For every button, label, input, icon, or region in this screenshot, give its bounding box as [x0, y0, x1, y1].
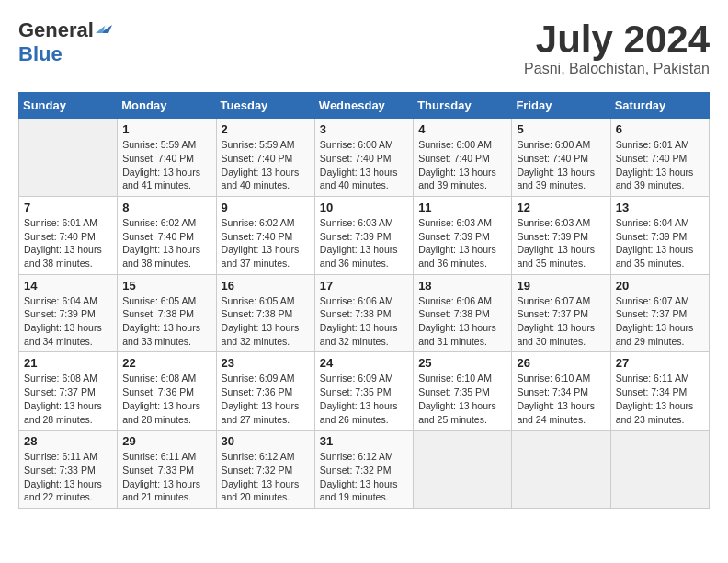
column-header-tuesday: Tuesday: [216, 93, 314, 119]
calendar-week-row: 21Sunrise: 6:08 AMSunset: 7:37 PMDayligh…: [19, 352, 710, 431]
day-number: 24: [320, 356, 408, 370]
logo: General Blue: [18, 18, 112, 66]
day-info: Sunrise: 5:59 AMSunset: 7:40 PMDaylight:…: [222, 138, 310, 192]
day-info: Sunrise: 6:02 AMSunset: 7:40 PMDaylight:…: [122, 216, 210, 270]
day-info: Sunrise: 6:12 AMSunset: 7:32 PMDaylight:…: [222, 450, 310, 504]
calendar-cell: 17Sunrise: 6:06 AMSunset: 7:38 PMDayligh…: [314, 274, 413, 352]
day-info: Sunrise: 6:01 AMSunset: 7:40 PMDaylight:…: [24, 216, 112, 270]
day-number: 27: [616, 356, 704, 370]
day-number: 10: [320, 201, 408, 214]
day-number: 9: [222, 201, 310, 214]
day-number: 8: [122, 201, 210, 214]
calendar-cell: 19Sunrise: 6:07 AMSunset: 7:37 PMDayligh…: [512, 274, 610, 352]
day-number: 15: [122, 279, 210, 293]
day-info: Sunrise: 6:12 AMSunset: 7:32 PMDaylight:…: [320, 450, 408, 504]
day-number: 21: [24, 356, 112, 370]
calendar-cell: 22Sunrise: 6:08 AMSunset: 7:36 PMDayligh…: [118, 352, 216, 431]
month-year-title: July 2024: [524, 18, 710, 61]
day-info: Sunrise: 6:06 AMSunset: 7:38 PMDaylight:…: [418, 294, 506, 349]
calendar-cell: 31Sunrise: 6:12 AMSunset: 7:32 PMDayligh…: [314, 431, 413, 509]
column-header-thursday: Thursday: [414, 93, 512, 119]
column-header-friday: Friday: [512, 93, 610, 119]
calendar-cell: 27Sunrise: 6:11 AMSunset: 7:34 PMDayligh…: [610, 352, 709, 431]
calendar-cell: [512, 431, 610, 509]
day-number: 20: [616, 279, 704, 293]
day-number: 2: [222, 122, 310, 136]
calendar-cell: 12Sunrise: 6:03 AMSunset: 7:39 PMDayligh…: [512, 196, 610, 274]
day-number: 3: [320, 122, 408, 136]
day-number: 5: [517, 122, 605, 136]
day-number: 6: [616, 122, 704, 136]
day-info: Sunrise: 6:00 AMSunset: 7:40 PMDaylight:…: [418, 138, 506, 192]
day-info: Sunrise: 6:11 AMSunset: 7:33 PMDaylight:…: [24, 450, 112, 504]
calendar-cell: 28Sunrise: 6:11 AMSunset: 7:33 PMDayligh…: [19, 431, 118, 509]
calendar-cell: [610, 431, 709, 509]
day-number: 23: [222, 356, 310, 370]
day-info: Sunrise: 6:10 AMSunset: 7:34 PMDaylight:…: [517, 372, 605, 426]
calendar-cell: 6Sunrise: 6:01 AMSunset: 7:40 PMDaylight…: [610, 119, 709, 197]
calendar-cell: 3Sunrise: 6:00 AMSunset: 7:40 PMDaylight…: [314, 119, 413, 197]
calendar-cell: 29Sunrise: 6:11 AMSunset: 7:33 PMDayligh…: [118, 431, 216, 509]
day-number: 13: [616, 201, 704, 214]
calendar-cell: 4Sunrise: 6:00 AMSunset: 7:40 PMDaylight…: [414, 119, 512, 197]
calendar-week-row: 28Sunrise: 6:11 AMSunset: 7:33 PMDayligh…: [19, 431, 710, 509]
calendar-cell: 30Sunrise: 6:12 AMSunset: 7:32 PMDayligh…: [216, 431, 314, 509]
calendar-cell: 21Sunrise: 6:08 AMSunset: 7:37 PMDayligh…: [19, 352, 118, 431]
day-number: 19: [517, 279, 605, 293]
day-number: 18: [418, 279, 506, 293]
day-info: Sunrise: 6:11 AMSunset: 7:34 PMDaylight:…: [616, 372, 704, 426]
calendar-cell: 18Sunrise: 6:06 AMSunset: 7:38 PMDayligh…: [414, 274, 512, 352]
page-header: General Blue July 2024 Pasni, Balochista…: [18, 18, 710, 77]
day-number: 14: [24, 279, 112, 293]
day-number: 28: [24, 434, 112, 448]
day-info: Sunrise: 6:04 AMSunset: 7:39 PMDaylight:…: [616, 216, 704, 270]
calendar-cell: 11Sunrise: 6:03 AMSunset: 7:39 PMDayligh…: [414, 196, 512, 274]
calendar-table: SundayMondayTuesdayWednesdayThursdayFrid…: [18, 92, 710, 509]
logo-general-text: General: [18, 18, 94, 42]
day-info: Sunrise: 6:11 AMSunset: 7:33 PMDaylight:…: [122, 450, 210, 504]
calendar-cell: 9Sunrise: 6:02 AMSunset: 7:40 PMDaylight…: [216, 196, 314, 274]
calendar-cell: [414, 431, 512, 509]
day-info: Sunrise: 6:02 AMSunset: 7:40 PMDaylight:…: [222, 216, 310, 270]
day-info: Sunrise: 6:03 AMSunset: 7:39 PMDaylight:…: [418, 216, 506, 270]
day-info: Sunrise: 6:00 AMSunset: 7:40 PMDaylight:…: [320, 138, 408, 192]
day-number: 26: [517, 356, 605, 370]
day-number: 25: [418, 356, 506, 370]
calendar-cell: 14Sunrise: 6:04 AMSunset: 7:39 PMDayligh…: [19, 274, 118, 352]
day-info: Sunrise: 6:05 AMSunset: 7:38 PMDaylight:…: [222, 294, 310, 349]
calendar-week-row: 7Sunrise: 6:01 AMSunset: 7:40 PMDaylight…: [19, 196, 710, 274]
day-number: 30: [222, 434, 310, 448]
day-number: 17: [320, 279, 408, 293]
column-header-saturday: Saturday: [610, 93, 709, 119]
calendar-week-row: 14Sunrise: 6:04 AMSunset: 7:39 PMDayligh…: [19, 274, 710, 352]
calendar-cell: 26Sunrise: 6:10 AMSunset: 7:34 PMDayligh…: [512, 352, 610, 431]
column-header-wednesday: Wednesday: [314, 93, 413, 119]
day-info: Sunrise: 6:01 AMSunset: 7:40 PMDaylight:…: [616, 138, 704, 192]
day-number: 31: [320, 434, 408, 448]
day-number: 11: [418, 201, 506, 214]
calendar-cell: 23Sunrise: 6:09 AMSunset: 7:36 PMDayligh…: [216, 352, 314, 431]
calendar-cell: 1Sunrise: 5:59 AMSunset: 7:40 PMDaylight…: [118, 119, 216, 197]
day-info: Sunrise: 6:09 AMSunset: 7:35 PMDaylight:…: [320, 372, 408, 426]
day-number: 1: [122, 122, 210, 136]
day-number: 4: [418, 122, 506, 136]
day-info: Sunrise: 6:10 AMSunset: 7:35 PMDaylight:…: [418, 372, 506, 426]
column-header-monday: Monday: [118, 93, 216, 119]
logo-blue-text: Blue: [18, 42, 63, 65]
calendar-cell: 13Sunrise: 6:04 AMSunset: 7:39 PMDayligh…: [610, 196, 709, 274]
day-info: Sunrise: 6:08 AMSunset: 7:37 PMDaylight:…: [24, 372, 112, 426]
day-number: 7: [24, 201, 112, 214]
calendar-week-row: 1Sunrise: 5:59 AMSunset: 7:40 PMDaylight…: [19, 119, 710, 197]
title-block: July 2024 Pasni, Balochistan, Pakistan: [524, 18, 710, 77]
location-subtitle: Pasni, Balochistan, Pakistan: [524, 61, 710, 77]
day-info: Sunrise: 5:59 AMSunset: 7:40 PMDaylight:…: [122, 138, 210, 192]
calendar-cell: 8Sunrise: 6:02 AMSunset: 7:40 PMDaylight…: [118, 196, 216, 274]
calendar-cell: 15Sunrise: 6:05 AMSunset: 7:38 PMDayligh…: [118, 274, 216, 352]
calendar-cell: 5Sunrise: 6:00 AMSunset: 7:40 PMDaylight…: [512, 119, 610, 197]
day-info: Sunrise: 6:05 AMSunset: 7:38 PMDaylight:…: [122, 294, 210, 349]
calendar-cell: 20Sunrise: 6:07 AMSunset: 7:37 PMDayligh…: [610, 274, 709, 352]
day-info: Sunrise: 6:08 AMSunset: 7:36 PMDaylight:…: [122, 372, 210, 426]
day-number: 29: [122, 434, 210, 448]
calendar-cell: 16Sunrise: 6:05 AMSunset: 7:38 PMDayligh…: [216, 274, 314, 352]
day-info: Sunrise: 6:09 AMSunset: 7:36 PMDaylight:…: [222, 372, 310, 426]
